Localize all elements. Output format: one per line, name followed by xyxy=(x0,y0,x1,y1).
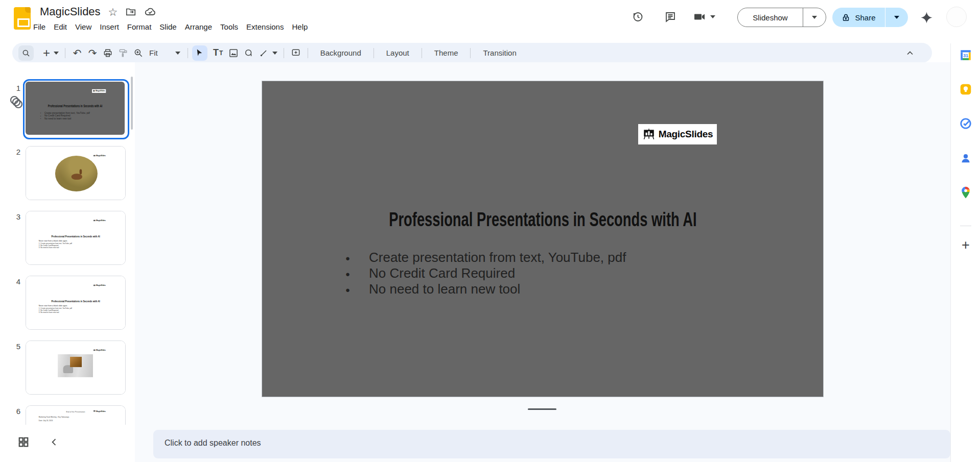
zoom-in-icon xyxy=(133,48,144,58)
undo-icon: ↶ xyxy=(73,48,82,58)
version-history-button[interactable] xyxy=(627,7,648,27)
menu-format[interactable]: Format xyxy=(123,21,156,32)
slide-number: 3 xyxy=(9,212,20,221)
grid-view-button[interactable] xyxy=(14,433,33,451)
magicslides-logo-chip: MagicSlides xyxy=(92,154,106,158)
search-menus-button[interactable] xyxy=(18,45,34,61)
google-contacts-icon[interactable] xyxy=(959,152,972,165)
google-tasks-icon[interactable] xyxy=(959,117,972,130)
chevron-down-icon xyxy=(710,15,715,18)
slide-thumbnail-4[interactable]: MagicSlides Professional Presentations i… xyxy=(26,276,126,330)
insert-comment-icon xyxy=(291,48,301,58)
speaker-notes[interactable]: Click to add speaker notes xyxy=(153,430,950,458)
google-side-panel: 31 xyxy=(950,43,980,462)
google-maps-icon[interactable] xyxy=(959,186,972,199)
slide-thumbnail-3[interactable]: MagicSlides Professional Presentations i… xyxy=(26,211,126,265)
current-slide[interactable]: MagicSlides Professional Presentations i… xyxy=(262,81,823,397)
insert-line-button[interactable] xyxy=(256,45,279,61)
magicslides-logo-chip: MagicSlides xyxy=(92,89,106,93)
theme-button[interactable]: Theme xyxy=(426,45,466,61)
text-box-button[interactable]: TT xyxy=(211,45,226,61)
insert-comment-button[interactable] xyxy=(288,45,304,61)
menu-slide[interactable]: Slide xyxy=(155,21,180,32)
google-slides-logo[interactable] xyxy=(14,7,31,30)
easel-icon xyxy=(642,128,656,141)
background-button[interactable]: Background xyxy=(312,45,369,61)
slide-thumbnail-1[interactable]: MagicSlides Professional Presentations i… xyxy=(23,79,129,139)
slideshow-options-dropdown[interactable] xyxy=(803,8,826,27)
print-button[interactable] xyxy=(100,45,115,61)
move-folder-icon[interactable] xyxy=(125,6,136,17)
comments-button[interactable] xyxy=(660,7,681,27)
meet-present-button[interactable] xyxy=(693,7,715,27)
gemini-sparkle-button[interactable] xyxy=(920,11,934,25)
star-icon[interactable]: ☆ xyxy=(108,7,118,17)
slide-thumbnail-6[interactable]: MagicSlides End of the Presentation Mark… xyxy=(26,405,126,425)
videocam-icon xyxy=(693,11,706,23)
toolbar: + ↶ ↷ Fit xyxy=(12,43,932,63)
cloud-saved-icon[interactable] xyxy=(144,6,156,18)
slideshow-button[interactable]: Slideshow xyxy=(738,8,803,27)
paint-roller-icon xyxy=(118,48,128,58)
insert-image-button[interactable] xyxy=(226,45,241,61)
notes-resize-handle[interactable] xyxy=(528,408,556,410)
google-keep-icon[interactable] xyxy=(959,83,972,96)
share-options-dropdown[interactable] xyxy=(885,8,908,27)
new-slide-button[interactable]: + xyxy=(41,45,61,61)
chevron-down-icon xyxy=(894,16,899,19)
layout-button[interactable]: Layout xyxy=(378,45,417,61)
overlapping-rings-icon xyxy=(8,94,25,110)
collapse-menus-button[interactable] xyxy=(902,45,918,61)
transition-button[interactable]: Transition xyxy=(475,45,524,61)
share-button[interactable]: Share xyxy=(832,8,885,27)
lock-icon xyxy=(842,13,850,22)
logo-fold xyxy=(25,7,31,13)
slide-number: 1 xyxy=(9,84,20,92)
collapse-filmstrip-button[interactable] xyxy=(45,433,63,451)
menu-file[interactable]: File xyxy=(29,21,50,32)
menu-view[interactable]: View xyxy=(71,21,96,32)
zoom-in-button[interactable] xyxy=(131,45,146,61)
thumb-bullet: No need to learn new tool xyxy=(40,117,89,119)
menu-help[interactable]: Help xyxy=(288,21,312,32)
sparkle-icon xyxy=(920,11,934,25)
filmstrip-scrollbar[interactable] xyxy=(131,77,133,130)
slide-title-textbox[interactable]: Professional Presentations in Seconds wi… xyxy=(262,209,823,231)
slide-body-textbox[interactable]: Create presentation from text, YouTube, … xyxy=(344,250,626,297)
magicslides-logo-chip[interactable]: MagicSlides xyxy=(638,124,717,144)
menu-arrange[interactable]: Arrange xyxy=(181,21,216,32)
get-add-ons-button[interactable]: + xyxy=(959,238,972,252)
menu-edit[interactable]: Edit xyxy=(50,21,71,32)
toolbar-separator xyxy=(284,48,284,58)
slide-number: 5 xyxy=(9,342,20,351)
cursor-icon xyxy=(195,48,204,58)
insert-shape-button[interactable] xyxy=(241,45,256,61)
paint-format-button[interactable] xyxy=(115,45,131,61)
logo-page-shape xyxy=(17,18,30,27)
slide-thumbnail-2[interactable]: MagicSlides xyxy=(26,146,126,200)
undo-button[interactable]: ↶ xyxy=(69,45,85,61)
menu-insert[interactable]: Insert xyxy=(96,21,123,32)
menu-bar: File Edit View Insert Format Slide Arran… xyxy=(29,21,312,32)
plus-icon: + xyxy=(43,47,50,59)
thumb-slide-title: Professional Presentations in Seconds wi… xyxy=(48,104,102,108)
slide-bullet-2: No Credit Card Required xyxy=(344,265,626,281)
redo-button[interactable]: ↷ xyxy=(85,45,100,61)
slide-number: 2 xyxy=(9,148,20,156)
chevron-down-icon xyxy=(175,52,180,55)
google-calendar-icon[interactable]: 31 xyxy=(959,48,972,62)
toolbar-separator xyxy=(65,48,65,58)
zoom-select[interactable]: Fit xyxy=(146,48,183,57)
document-title[interactable]: MagicSlides xyxy=(40,5,101,18)
menu-extensions[interactable]: Extensions xyxy=(242,21,288,32)
select-tool-button[interactable] xyxy=(192,45,207,61)
image-icon xyxy=(228,48,239,58)
google-slides-app: MagicSlides ☆ File Edit View Insert Form… xyxy=(0,0,980,462)
toolbar-separator xyxy=(374,48,374,58)
slide-thumbnail-5[interactable]: MagicSlides xyxy=(26,341,126,395)
menu-tools[interactable]: Tools xyxy=(216,21,242,32)
zoom-value: Fit xyxy=(149,48,158,57)
magicslides-logo-chip: MagicSlides xyxy=(92,284,106,287)
account-avatar[interactable] xyxy=(946,7,967,27)
slide-filmstrip: 1 MagicSlides Professional Presentations… xyxy=(0,62,135,425)
